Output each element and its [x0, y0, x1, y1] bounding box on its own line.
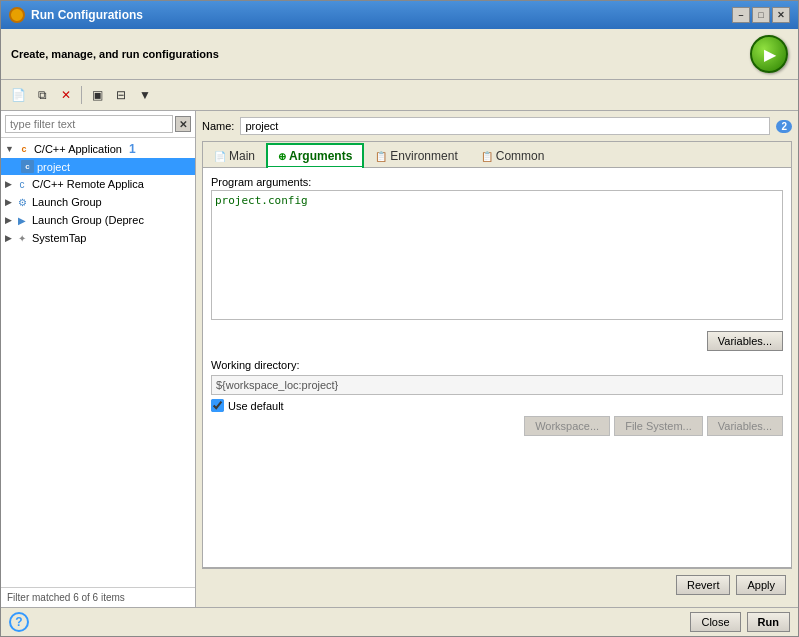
- title-bar-controls: – □ ✕: [732, 7, 790, 23]
- tab-main-label: Main: [229, 149, 255, 163]
- filter-input[interactable]: [5, 115, 173, 133]
- name-row: Name: 2: [202, 117, 792, 135]
- use-default-row: Use default: [211, 399, 783, 412]
- tab-main[interactable]: 📄 Main: [203, 144, 266, 167]
- filesystem-button: File System...: [614, 416, 703, 436]
- working-dir-label: Working directory:: [211, 359, 783, 371]
- app-icon: [9, 7, 25, 23]
- filter-clear-button[interactable]: ✕: [175, 116, 191, 132]
- remote-label: C/C++ Remote Applica: [32, 178, 144, 190]
- more-button[interactable]: ▼: [134, 84, 156, 106]
- collapse-icon: ⊟: [116, 88, 126, 102]
- collapse-button[interactable]: ⊟: [110, 84, 132, 106]
- name-input[interactable]: [240, 117, 770, 135]
- config-tree: ▼ c C/C++ Application 1 c project ▶ c C/…: [1, 138, 195, 587]
- title-bar-left: Run Configurations: [9, 7, 143, 23]
- window-title: Run Configurations: [31, 8, 143, 22]
- title-bar: Run Configurations – □ ✕: [1, 1, 798, 29]
- revert-button[interactable]: Revert: [676, 575, 730, 595]
- help-icon-label: ?: [15, 615, 22, 629]
- filter-box: ✕: [1, 111, 195, 138]
- variables-button[interactable]: Variables...: [707, 331, 783, 351]
- apply-button[interactable]: Apply: [736, 575, 786, 595]
- minimize-button[interactable]: –: [732, 7, 750, 23]
- dir-buttons: Workspace... File System... Variables...: [211, 416, 783, 436]
- use-default-label: Use default: [228, 400, 284, 412]
- tabs-header: 📄 Main ⊕ Arguments 📋 Environment 📋 Commo…: [203, 142, 791, 168]
- systap-label: SystemTap: [32, 232, 86, 244]
- filter-icon: ▣: [92, 88, 103, 102]
- launch-icon: ⚙: [15, 195, 29, 209]
- tree-arrow-systap: ▶: [5, 233, 12, 243]
- tab-arguments-label: Arguments: [289, 149, 352, 163]
- tree-arrow-launch-dep: ▶: [5, 215, 12, 225]
- program-args-input[interactable]: project.config: [211, 190, 783, 320]
- cpp-app-icon: c: [17, 142, 31, 156]
- project-icon: c: [21, 160, 34, 173]
- tab-environment-label: Environment: [390, 149, 457, 163]
- tab-environment[interactable]: 📋 Environment: [364, 144, 468, 167]
- env-tab-icon: 📋: [375, 151, 387, 162]
- tree-arrow-launch: ▶: [5, 197, 12, 207]
- main-area: ✕ ▼ c C/C++ Application 1 c project ▶: [1, 111, 798, 607]
- args-tab-icon: ⊕: [278, 151, 286, 162]
- tree-arrow-remote: ▶: [5, 179, 12, 189]
- cpp-app-label: C/C++ Application: [34, 143, 122, 155]
- toolbar-separator: [81, 86, 82, 104]
- toolbar: 📄 ⧉ ✕ ▣ ⊟ ▼: [1, 80, 798, 111]
- launch-dep-icon: ▶: [15, 213, 29, 227]
- main-tab-icon: 📄: [214, 151, 226, 162]
- working-dir-input[interactable]: [211, 375, 783, 395]
- run-configurations-window: Run Configurations – □ ✕ Create, manage,…: [0, 0, 799, 637]
- tab-common-label: Common: [496, 149, 545, 163]
- tree-item-cpp-app[interactable]: ▼ c C/C++ Application 1: [1, 140, 195, 158]
- tree-item-systap[interactable]: ▶ ✦ SystemTap: [1, 229, 195, 247]
- launch-label: Launch Group: [32, 196, 102, 208]
- subtitle: Create, manage, and run configurations: [11, 48, 219, 60]
- tree-item-launch-group-dep[interactable]: ▶ ▶ Launch Group (Deprec: [1, 211, 195, 229]
- close-button[interactable]: Close: [690, 612, 740, 632]
- cpp-app-badge: 1: [129, 142, 136, 156]
- new-config-button[interactable]: 📄: [7, 84, 29, 106]
- duplicate-button[interactable]: ⧉: [31, 84, 53, 106]
- left-panel: ✕ ▼ c C/C++ Application 1 c project ▶: [1, 111, 196, 607]
- delete-icon: ✕: [61, 88, 71, 102]
- remote-icon: c: [15, 177, 29, 191]
- name-label: Name:: [202, 120, 234, 132]
- program-args-label: Program arguments:: [211, 176, 783, 188]
- new-icon: 📄: [11, 88, 26, 102]
- bottom-bar: Revert Apply: [202, 568, 792, 601]
- program-args-section: Program arguments: project.config: [211, 176, 783, 323]
- right-panel: Name: 2 📄 Main ⊕ Arguments 📋: [196, 111, 798, 607]
- workspace-button: Workspace...: [524, 416, 610, 436]
- launch-dep-label: Launch Group (Deprec: [32, 214, 144, 226]
- name-badge: 2: [776, 120, 792, 133]
- help-button[interactable]: ?: [9, 612, 29, 632]
- duplicate-icon: ⧉: [38, 88, 47, 102]
- tree-arrow-cpp: ▼: [5, 144, 14, 154]
- run-button[interactable]: [750, 35, 788, 73]
- run-config-button[interactable]: Run: [747, 612, 790, 632]
- working-dir-section: Working directory: Use default Workspace…: [211, 359, 783, 436]
- use-default-checkbox[interactable]: [211, 399, 224, 412]
- systap-icon: ✦: [15, 231, 29, 245]
- footer-buttons: Close Run: [690, 612, 790, 632]
- tree-item-project[interactable]: c project: [1, 158, 195, 175]
- filter-status: Filter matched 6 of 6 items: [1, 587, 195, 607]
- filter-button[interactable]: ▣: [86, 84, 108, 106]
- variables2-button: Variables...: [707, 416, 783, 436]
- common-tab-icon: 📋: [481, 151, 493, 162]
- close-button[interactable]: ✕: [772, 7, 790, 23]
- dropdown-icon: ▼: [139, 88, 151, 102]
- variables-row: Variables...: [211, 331, 783, 351]
- tab-common[interactable]: 📋 Common: [470, 144, 556, 167]
- tree-item-remote[interactable]: ▶ c C/C++ Remote Applica: [1, 175, 195, 193]
- tab-arguments[interactable]: ⊕ Arguments: [267, 144, 363, 167]
- project-label: project: [37, 161, 70, 173]
- delete-button[interactable]: ✕: [55, 84, 77, 106]
- tabs-container: 📄 Main ⊕ Arguments 📋 Environment 📋 Commo…: [202, 141, 792, 568]
- tab-content-arguments: Program arguments: project.config Variab…: [203, 168, 791, 567]
- tree-item-launch-group[interactable]: ▶ ⚙ Launch Group: [1, 193, 195, 211]
- maximize-button[interactable]: □: [752, 7, 770, 23]
- window-footer: ? Close Run: [1, 607, 798, 636]
